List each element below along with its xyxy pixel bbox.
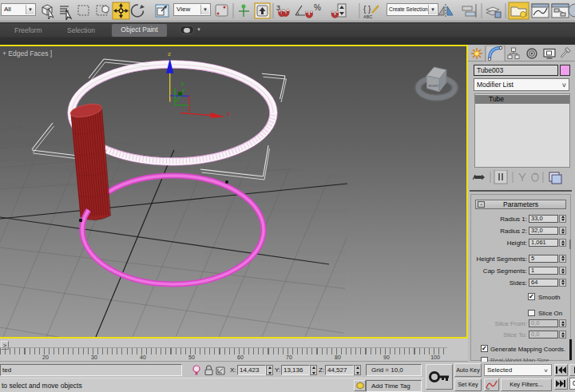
svg-text:+ Edged Faces ]: + Edged Faces ] bbox=[2, 49, 52, 57]
svg-text:RIGHT: RIGHT bbox=[429, 84, 439, 88]
svg-text:{ }: { } bbox=[363, 5, 371, 14]
svg-text:Y: Y bbox=[180, 81, 185, 88]
svg-text:x: x bbox=[227, 110, 230, 117]
svg-text:%: % bbox=[314, 3, 321, 12]
svg-text:ABC: ABC bbox=[363, 14, 372, 19]
svg-text:z: z bbox=[168, 50, 171, 57]
